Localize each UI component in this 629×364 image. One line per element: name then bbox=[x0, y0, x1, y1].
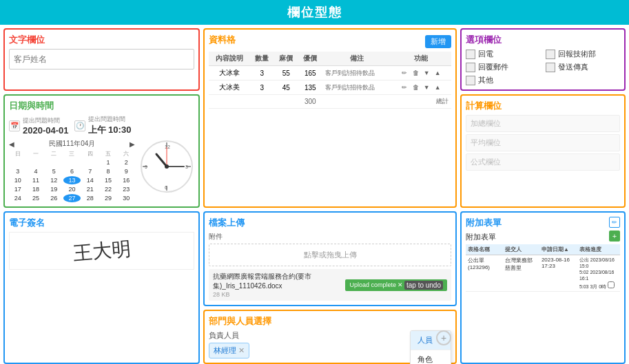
cal-day[interactable] bbox=[63, 158, 81, 167]
delete-icon[interactable]: 🗑 bbox=[411, 83, 420, 92]
cal-day[interactable]: 30 bbox=[118, 194, 135, 202]
attach-submitter: 台灣業務部 慈善里 bbox=[503, 255, 539, 292]
cal-day[interactable]: 9 bbox=[118, 167, 135, 175]
cal-day[interactable] bbox=[27, 158, 44, 167]
cal-day[interactable]: 28 bbox=[81, 194, 99, 202]
edit-attach-icon[interactable]: ✏ bbox=[609, 217, 620, 228]
delete-icon[interactable]: 🗑 bbox=[411, 68, 420, 78]
attach-col-name: 表格名稱 bbox=[466, 244, 503, 255]
cal-day[interactable]: 7 bbox=[81, 167, 99, 175]
cal-day[interactable]: 1 bbox=[99, 158, 116, 167]
date-value: 2020-04-01 bbox=[23, 125, 69, 136]
cal-day[interactable]: 2 bbox=[118, 158, 135, 167]
cal-day[interactable]: 25 bbox=[27, 194, 44, 202]
row1-edit[interactable]: ✏ 🗑 ▼ ▲ bbox=[391, 66, 451, 81]
dept-selected-person[interactable]: 林經理 ✕ bbox=[209, 343, 249, 358]
dept-menu-role[interactable]: 角色 bbox=[411, 350, 451, 364]
middle-bottom-col: 檔案上傳 附件 點擊或拖曳上傳 抗藥網際廣報雲端服務合約(要市集)_Iris_1… bbox=[203, 211, 457, 364]
cal-day[interactable]: 16 bbox=[118, 176, 135, 184]
datetime-section: 日期與時間 📅 提出問題時間 2020-04-01 🕐 提出問題時間 上午 10… bbox=[3, 94, 200, 208]
row2-qty: 3 bbox=[250, 81, 274, 95]
cal-next[interactable]: ▶ bbox=[130, 140, 135, 148]
arrow-down-icon[interactable]: ▼ bbox=[422, 83, 431, 92]
cal-day[interactable]: 14 bbox=[81, 176, 99, 184]
checkbox-item-3: 回覆郵件 bbox=[466, 62, 540, 72]
attach-checkbox[interactable] bbox=[608, 281, 615, 288]
file-info: 抗藥網際廣報雲端服務合約(要市集)_Iris_1110426.docx 28 K… bbox=[213, 272, 345, 298]
edit-icon[interactable]: ✏ bbox=[400, 68, 409, 78]
svg-text:3: 3 bbox=[185, 164, 188, 169]
col-func: 功能 bbox=[391, 52, 451, 66]
attach-form-name: 公出單(123296) bbox=[466, 255, 503, 292]
svg-text:6: 6 bbox=[165, 185, 167, 190]
calc-field-1: 加總欄位 bbox=[466, 115, 620, 132]
clock-icon: 🕐 bbox=[74, 120, 85, 131]
clock-svg: 12 3 6 9 bbox=[139, 139, 194, 194]
cal-day[interactable]: 8 bbox=[99, 167, 116, 175]
calc-field-3: 公式欄位 bbox=[466, 153, 620, 171]
undo-icon[interactable]: tap to undo bbox=[404, 281, 443, 290]
upload-complete-badge: Upload complete ✕ tap to undo bbox=[345, 279, 447, 291]
page-header: 欄位型態 bbox=[0, 0, 629, 25]
arrow-up-icon[interactable]: ▲ bbox=[433, 83, 442, 92]
cal-day[interactable]: 6 bbox=[63, 167, 81, 175]
cal-day-selected[interactable]: 27 bbox=[63, 194, 81, 202]
file-name: 抗藥網際廣報雲端服務合約(要市集)_Iris_1110426.docx bbox=[213, 272, 345, 291]
cal-day[interactable] bbox=[45, 158, 63, 167]
checkbox-item-2: 回報技術部 bbox=[546, 49, 620, 59]
cal-day[interactable]: 15 bbox=[99, 176, 116, 184]
attach-col-progress: 表格進度 bbox=[577, 244, 620, 255]
cal-day[interactable]: 17 bbox=[9, 185, 26, 193]
cal-day[interactable]: 22 bbox=[99, 185, 116, 193]
text-field-input[interactable] bbox=[9, 49, 194, 69]
add-attach-icon[interactable]: + bbox=[609, 231, 620, 242]
arrow-down-icon[interactable]: ▼ bbox=[422, 68, 431, 78]
cal-month: 民國111年04月 bbox=[49, 139, 96, 149]
checkbox-2[interactable] bbox=[546, 50, 555, 59]
checkbox-5[interactable] bbox=[466, 76, 475, 85]
upload-area[interactable]: 點擊或拖曳上傳 bbox=[209, 244, 451, 266]
signature-area[interactable]: 王大明 bbox=[9, 232, 194, 270]
cal-day[interactable]: 10 bbox=[9, 176, 26, 184]
add-dept-button[interactable]: + bbox=[436, 330, 451, 345]
cal-day[interactable]: 18 bbox=[27, 185, 44, 193]
checkbox-4[interactable] bbox=[546, 63, 555, 72]
cal-day[interactable]: 12 bbox=[45, 176, 63, 184]
cal-dow-thu: 四 bbox=[81, 150, 99, 158]
cal-day[interactable] bbox=[9, 158, 26, 167]
close-icon[interactable]: ✕ bbox=[398, 281, 403, 288]
cal-day[interactable] bbox=[81, 158, 99, 167]
add-button[interactable]: 新增 bbox=[425, 35, 451, 48]
row1-qty: 3 bbox=[250, 66, 274, 81]
cal-day[interactable]: 24 bbox=[9, 194, 26, 202]
remove-person-icon[interactable]: ✕ bbox=[238, 346, 245, 355]
edit-icon[interactable]: ✏ bbox=[400, 83, 409, 92]
cal-day[interactable]: 26 bbox=[45, 194, 63, 202]
cal-day[interactable]: 21 bbox=[81, 185, 99, 193]
cal-day[interactable]: 29 bbox=[99, 194, 116, 202]
data-grid-section: 資料格 新增 內容說明 數量 麻價 優價 備注 功能 大冰拿 bbox=[203, 28, 457, 208]
attach-row: 公出單(123296) 台灣業務部 慈善里 2023-08-16 17:23 公… bbox=[466, 255, 620, 292]
row1-name: 大冰拿 bbox=[209, 66, 250, 81]
cal-prev[interactable]: ◀ bbox=[9, 140, 14, 148]
checkbox-1[interactable] bbox=[466, 50, 475, 59]
cal-day-today[interactable]: 13 bbox=[63, 176, 81, 184]
datetime-title: 日期與時間 bbox=[9, 100, 194, 112]
selected-person-name: 林經理 bbox=[214, 345, 236, 356]
cal-day[interactable]: 3 bbox=[9, 167, 26, 175]
cal-dow-mon: 一 bbox=[27, 150, 44, 158]
cal-day[interactable]: 5 bbox=[45, 167, 63, 175]
cal-day[interactable]: 20 bbox=[63, 185, 81, 193]
row1-price1: 55 bbox=[274, 66, 298, 81]
cal-day[interactable]: 19 bbox=[45, 185, 63, 193]
checkbox-label-1: 回電 bbox=[478, 49, 493, 59]
arrow-up-icon[interactable]: ▲ bbox=[433, 68, 442, 78]
checkbox-3[interactable] bbox=[466, 63, 475, 72]
data-grid-title: 資料格 bbox=[209, 34, 236, 46]
checkbox-item-5: 其他 bbox=[466, 75, 540, 85]
cal-day[interactable]: 11 bbox=[27, 176, 44, 184]
cal-day[interactable]: 23 bbox=[118, 185, 135, 193]
row2-edit[interactable]: ✏ 🗑 ▼ ▲ bbox=[391, 81, 451, 95]
cal-day[interactable]: 4 bbox=[27, 167, 44, 175]
upload-status: Upload complete bbox=[349, 281, 396, 288]
